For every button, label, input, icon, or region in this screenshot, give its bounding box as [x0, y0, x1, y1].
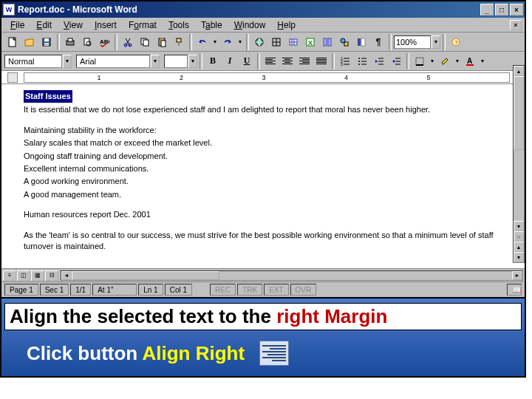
status-ext[interactable]: EXT [264, 284, 288, 296]
close-button[interactable]: × [510, 4, 523, 16]
align-right-button[interactable] [296, 53, 313, 69]
borders-dropdown-icon[interactable]: ▼ [429, 53, 436, 69]
paste-icon[interactable] [154, 34, 170, 50]
show-hide-icon[interactable]: ¶ [370, 34, 386, 50]
paragraph-9[interactable]: As the 'team' is so central to our succe… [24, 230, 502, 253]
prev-page-icon[interactable]: ▲ [514, 242, 524, 252]
underline-button[interactable]: U [239, 53, 255, 69]
horizontal-scrollbar[interactable]: ◄ ► [61, 270, 523, 281]
redo-icon[interactable] [219, 34, 236, 50]
hyperlink-icon[interactable] [251, 34, 267, 50]
tab-selector-icon[interactable] [7, 72, 18, 83]
decrease-indent-button[interactable] [371, 53, 387, 69]
svg-text:ABC: ABC [100, 38, 109, 45]
align-justify-button[interactable] [313, 53, 330, 69]
open-icon[interactable] [21, 34, 38, 50]
menu-tools[interactable]: Tools [163, 18, 195, 32]
browse-object-icon[interactable]: ○ [514, 231, 524, 242]
redo-dropdown-icon[interactable]: ▼ [236, 34, 244, 50]
undo-dropdown-icon[interactable]: ▼ [211, 34, 219, 50]
undo-icon[interactable] [194, 34, 211, 50]
next-page-icon[interactable]: ▼ [514, 252, 524, 262]
normal-view-button[interactable]: ≡ [3, 270, 16, 281]
vertical-scroll-thumb[interactable] [514, 76, 524, 150]
paragraph-4[interactable]: Ongoing staff training and development. [24, 151, 502, 162]
document-area[interactable]: Staff Issues It is essential that we do … [1, 84, 525, 269]
status-rec[interactable]: REC [210, 284, 236, 296]
italic-button[interactable]: I [222, 53, 238, 69]
document-map-icon[interactable] [353, 34, 369, 50]
font-color-dropdown-icon[interactable]: ▼ [479, 53, 486, 69]
scroll-down-arrow-icon[interactable]: ▼ [514, 221, 524, 231]
paragraph-5[interactable]: Excellent internal communications. [24, 163, 502, 174]
print-preview-icon[interactable] [79, 34, 95, 50]
size-dropdown-icon[interactable]: ▼ [188, 55, 197, 68]
save-icon[interactable] [38, 34, 55, 50]
zoom-dropdown-icon[interactable]: ▼ [432, 35, 440, 49]
paragraph-1[interactable]: It is essential that we do not lose expe… [24, 104, 502, 115]
numbered-list-button[interactable]: 123 [337, 53, 353, 69]
status-book-icon[interactable]: 📖 [507, 284, 522, 296]
menu-window[interactable]: Window [228, 18, 272, 32]
print-icon[interactable] [62, 34, 78, 50]
insert-table-icon[interactable] [285, 34, 301, 50]
bullet-list-button[interactable] [354, 53, 370, 69]
style-selector[interactable]: Normal [4, 55, 62, 68]
menu-edit[interactable]: Edit [30, 18, 58, 32]
svg-rect-12 [143, 40, 149, 46]
columns-icon[interactable] [319, 34, 335, 50]
spellcheck-icon[interactable]: ABC [96, 34, 112, 50]
new-doc-icon[interactable] [4, 34, 21, 50]
formatting-toolbar: Normal ▼ Arial ▼ ▼ B I U 123 ▼ ▼ A ▼ [1, 52, 525, 71]
align-left-button[interactable] [262, 53, 279, 69]
close-document-button[interactable]: × [510, 20, 522, 30]
font-size-selector[interactable] [164, 55, 188, 68]
menu-file[interactable]: File [4, 18, 30, 32]
minimize-button[interactable]: _ [480, 4, 494, 16]
help-icon[interactable]: ? [448, 34, 464, 50]
maximize-button[interactable]: □ [495, 4, 508, 16]
paragraph-7[interactable]: A good management team. [24, 189, 502, 200]
font-dropdown-icon[interactable]: ▼ [151, 55, 160, 68]
font-selector[interactable]: Arial [76, 55, 150, 68]
status-ovr[interactable]: OVR [290, 284, 317, 296]
vertical-scrollbar[interactable]: ▲ ▼ ○ ▲ ▼ [513, 65, 525, 263]
status-trk[interactable]: TRK [237, 284, 262, 296]
ruler-scale[interactable]: 1 2 3 4 5 [24, 72, 510, 83]
zoom-input[interactable]: 100% [394, 35, 431, 49]
horizontal-ruler[interactable]: 1 2 3 4 5 [1, 71, 525, 84]
copy-icon[interactable] [137, 34, 153, 50]
font-color-button[interactable]: A [462, 53, 478, 69]
highlight-dropdown-icon[interactable]: ▼ [454, 53, 461, 69]
scroll-up-arrow-icon[interactable]: ▲ [514, 66, 524, 76]
selected-heading[interactable]: Staff Issues [24, 90, 72, 103]
menu-help[interactable]: Help [271, 18, 301, 32]
svg-rect-16 [177, 38, 181, 42]
paragraph-6[interactable]: A good working environment. [24, 176, 502, 187]
style-dropdown-icon[interactable]: ▼ [63, 55, 72, 68]
highlight-button[interactable] [437, 53, 453, 69]
web-layout-view-button[interactable]: ◫ [17, 270, 30, 281]
align-center-button[interactable] [279, 53, 296, 69]
paragraph-8[interactable]: Human resources report Dec. 2001 [24, 209, 502, 220]
paragraph-3[interactable]: Salary scales that match or exceed the m… [24, 137, 502, 149]
menu-insert[interactable]: Insert [89, 18, 123, 32]
format-painter-icon[interactable] [171, 34, 187, 50]
menu-table[interactable]: Table [195, 18, 228, 32]
svg-rect-14 [160, 38, 163, 39]
scroll-right-arrow-icon[interactable]: ► [512, 271, 522, 280]
menu-format[interactable]: Format [123, 18, 163, 32]
outline-view-button[interactable]: ⊟ [45, 270, 58, 281]
paragraph-2[interactable]: Maintaining stability in the workforce: [24, 125, 502, 136]
print-layout-view-button[interactable]: ▦ [31, 270, 44, 281]
cut-icon[interactable] [120, 34, 136, 50]
borders-button[interactable] [412, 53, 428, 69]
excel-icon[interactable]: X [302, 34, 318, 50]
menu-view[interactable]: View [58, 18, 89, 32]
tables-borders-icon[interactable] [268, 34, 284, 50]
increase-indent-button[interactable] [388, 53, 404, 69]
bold-button[interactable]: B [205, 53, 221, 69]
horizontal-scroll-thumb[interactable] [72, 271, 219, 280]
drawing-icon[interactable] [336, 34, 352, 50]
scroll-left-arrow-icon[interactable]: ◄ [61, 271, 72, 280]
